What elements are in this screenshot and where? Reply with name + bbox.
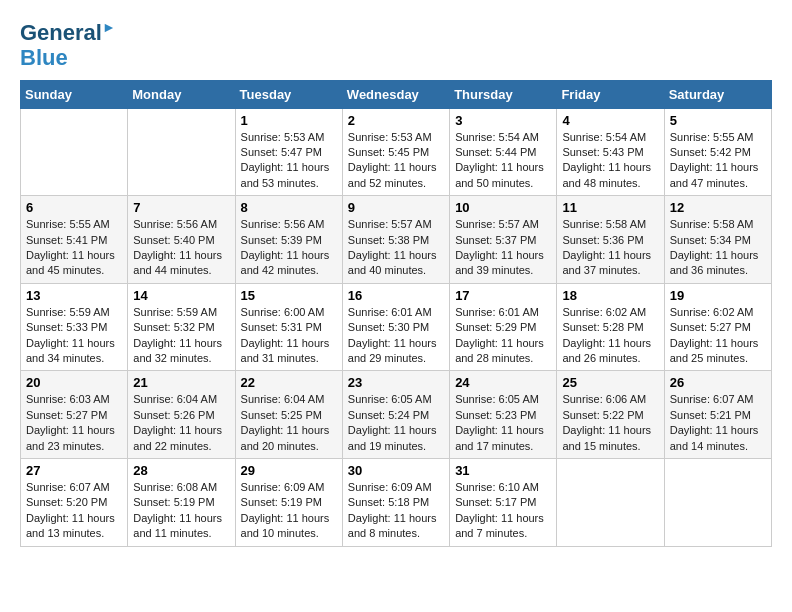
day-number: 27 [26,463,122,478]
day-info: Sunrise: 6:05 AMSunset: 5:24 PMDaylight:… [348,392,444,454]
calendar-cell: 18Sunrise: 6:02 AMSunset: 5:28 PMDayligh… [557,283,664,371]
day-info: Sunrise: 6:06 AMSunset: 5:22 PMDaylight:… [562,392,658,454]
day-info: Sunrise: 5:55 AMSunset: 5:41 PMDaylight:… [26,217,122,279]
logo: General► Blue [20,20,116,70]
day-number: 5 [670,113,766,128]
day-info: Sunrise: 5:53 AMSunset: 5:47 PMDaylight:… [241,130,337,192]
calendar-header-friday: Friday [557,80,664,108]
calendar-header-monday: Monday [128,80,235,108]
calendar-header-thursday: Thursday [450,80,557,108]
day-number: 22 [241,375,337,390]
calendar-week-5: 27Sunrise: 6:07 AMSunset: 5:20 PMDayligh… [21,458,772,546]
calendar-cell: 29Sunrise: 6:09 AMSunset: 5:19 PMDayligh… [235,458,342,546]
day-info: Sunrise: 6:08 AMSunset: 5:19 PMDaylight:… [133,480,229,542]
day-number: 18 [562,288,658,303]
calendar-cell [21,108,128,196]
calendar-header-wednesday: Wednesday [342,80,449,108]
day-number: 14 [133,288,229,303]
calendar-cell: 14Sunrise: 5:59 AMSunset: 5:32 PMDayligh… [128,283,235,371]
day-info: Sunrise: 5:56 AMSunset: 5:40 PMDaylight:… [133,217,229,279]
calendar-week-2: 6Sunrise: 5:55 AMSunset: 5:41 PMDaylight… [21,196,772,284]
calendar-cell: 7Sunrise: 5:56 AMSunset: 5:40 PMDaylight… [128,196,235,284]
day-info: Sunrise: 5:58 AMSunset: 5:34 PMDaylight:… [670,217,766,279]
calendar-cell: 31Sunrise: 6:10 AMSunset: 5:17 PMDayligh… [450,458,557,546]
day-info: Sunrise: 6:00 AMSunset: 5:31 PMDaylight:… [241,305,337,367]
calendar-header-row: SundayMondayTuesdayWednesdayThursdayFrid… [21,80,772,108]
day-number: 2 [348,113,444,128]
calendar-cell: 27Sunrise: 6:07 AMSunset: 5:20 PMDayligh… [21,458,128,546]
day-info: Sunrise: 5:59 AMSunset: 5:32 PMDaylight:… [133,305,229,367]
calendar-week-4: 20Sunrise: 6:03 AMSunset: 5:27 PMDayligh… [21,371,772,459]
calendar-week-3: 13Sunrise: 5:59 AMSunset: 5:33 PMDayligh… [21,283,772,371]
calendar-cell: 22Sunrise: 6:04 AMSunset: 5:25 PMDayligh… [235,371,342,459]
calendar-cell: 1Sunrise: 5:53 AMSunset: 5:47 PMDaylight… [235,108,342,196]
day-number: 15 [241,288,337,303]
day-info: Sunrise: 6:07 AMSunset: 5:20 PMDaylight:… [26,480,122,542]
day-number: 20 [26,375,122,390]
day-info: Sunrise: 6:02 AMSunset: 5:27 PMDaylight:… [670,305,766,367]
logo-text: General► Blue [20,20,116,69]
day-number: 1 [241,113,337,128]
calendar-cell: 25Sunrise: 6:06 AMSunset: 5:22 PMDayligh… [557,371,664,459]
day-info: Sunrise: 6:02 AMSunset: 5:28 PMDaylight:… [562,305,658,367]
calendar-cell: 21Sunrise: 6:04 AMSunset: 5:26 PMDayligh… [128,371,235,459]
calendar-cell: 19Sunrise: 6:02 AMSunset: 5:27 PMDayligh… [664,283,771,371]
day-info: Sunrise: 5:58 AMSunset: 5:36 PMDaylight:… [562,217,658,279]
day-info: Sunrise: 6:09 AMSunset: 5:19 PMDaylight:… [241,480,337,542]
day-number: 16 [348,288,444,303]
day-number: 19 [670,288,766,303]
calendar-cell: 13Sunrise: 5:59 AMSunset: 5:33 PMDayligh… [21,283,128,371]
calendar-cell: 6Sunrise: 5:55 AMSunset: 5:41 PMDaylight… [21,196,128,284]
day-info: Sunrise: 6:10 AMSunset: 5:17 PMDaylight:… [455,480,551,542]
calendar-cell: 12Sunrise: 5:58 AMSunset: 5:34 PMDayligh… [664,196,771,284]
day-info: Sunrise: 5:53 AMSunset: 5:45 PMDaylight:… [348,130,444,192]
calendar-cell [557,458,664,546]
day-number: 24 [455,375,551,390]
day-number: 13 [26,288,122,303]
day-info: Sunrise: 6:03 AMSunset: 5:27 PMDaylight:… [26,392,122,454]
day-info: Sunrise: 5:56 AMSunset: 5:39 PMDaylight:… [241,217,337,279]
day-number: 25 [562,375,658,390]
day-number: 31 [455,463,551,478]
day-number: 26 [670,375,766,390]
calendar-cell [128,108,235,196]
calendar-cell: 15Sunrise: 6:00 AMSunset: 5:31 PMDayligh… [235,283,342,371]
day-number: 6 [26,200,122,215]
day-info: Sunrise: 5:59 AMSunset: 5:33 PMDaylight:… [26,305,122,367]
calendar-cell: 26Sunrise: 6:07 AMSunset: 5:21 PMDayligh… [664,371,771,459]
day-info: Sunrise: 6:07 AMSunset: 5:21 PMDaylight:… [670,392,766,454]
day-info: Sunrise: 5:57 AMSunset: 5:38 PMDaylight:… [348,217,444,279]
day-number: 28 [133,463,229,478]
calendar-cell: 9Sunrise: 5:57 AMSunset: 5:38 PMDaylight… [342,196,449,284]
day-info: Sunrise: 5:54 AMSunset: 5:44 PMDaylight:… [455,130,551,192]
day-number: 4 [562,113,658,128]
page-header: General► Blue [20,20,772,70]
calendar-table: SundayMondayTuesdayWednesdayThursdayFrid… [20,80,772,547]
calendar-cell: 8Sunrise: 5:56 AMSunset: 5:39 PMDaylight… [235,196,342,284]
day-number: 10 [455,200,551,215]
day-info: Sunrise: 5:54 AMSunset: 5:43 PMDaylight:… [562,130,658,192]
day-info: Sunrise: 6:01 AMSunset: 5:30 PMDaylight:… [348,305,444,367]
day-number: 7 [133,200,229,215]
calendar-cell: 17Sunrise: 6:01 AMSunset: 5:29 PMDayligh… [450,283,557,371]
calendar-header-tuesday: Tuesday [235,80,342,108]
day-number: 8 [241,200,337,215]
day-number: 23 [348,375,444,390]
day-number: 12 [670,200,766,215]
day-info: Sunrise: 6:09 AMSunset: 5:18 PMDaylight:… [348,480,444,542]
calendar-header-sunday: Sunday [21,80,128,108]
day-info: Sunrise: 6:04 AMSunset: 5:25 PMDaylight:… [241,392,337,454]
calendar-cell: 24Sunrise: 6:05 AMSunset: 5:23 PMDayligh… [450,371,557,459]
day-info: Sunrise: 6:04 AMSunset: 5:26 PMDaylight:… [133,392,229,454]
calendar-cell: 10Sunrise: 5:57 AMSunset: 5:37 PMDayligh… [450,196,557,284]
calendar-cell: 2Sunrise: 5:53 AMSunset: 5:45 PMDaylight… [342,108,449,196]
calendar-cell: 11Sunrise: 5:58 AMSunset: 5:36 PMDayligh… [557,196,664,284]
day-number: 9 [348,200,444,215]
calendar-cell: 5Sunrise: 5:55 AMSunset: 5:42 PMDaylight… [664,108,771,196]
calendar-body: 1Sunrise: 5:53 AMSunset: 5:47 PMDaylight… [21,108,772,546]
calendar-week-1: 1Sunrise: 5:53 AMSunset: 5:47 PMDaylight… [21,108,772,196]
day-info: Sunrise: 5:55 AMSunset: 5:42 PMDaylight:… [670,130,766,192]
day-number: 3 [455,113,551,128]
calendar-header-saturday: Saturday [664,80,771,108]
day-number: 29 [241,463,337,478]
